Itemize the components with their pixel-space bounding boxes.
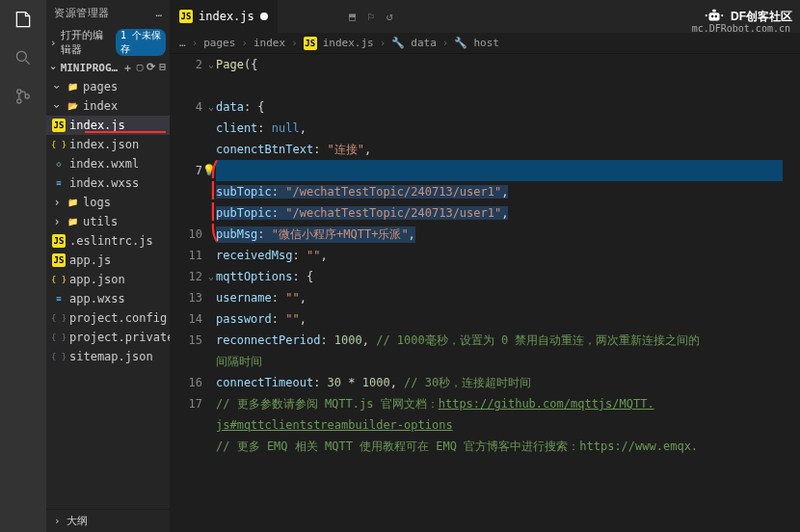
current-line-highlight xyxy=(216,160,783,181)
refresh-icon[interactable]: ⟳ xyxy=(147,61,155,75)
more-icon[interactable]: … xyxy=(155,7,162,19)
file-tree: ›📁pages ›📂index JSindex.js { }index.json… xyxy=(46,77,170,366)
file-index-js[interactable]: JSindex.js xyxy=(46,116,170,135)
svg-point-6 xyxy=(715,15,717,17)
tab-index-js[interactable]: JS index.js xyxy=(170,0,279,33)
file-eslintrc[interactable]: JS.eslintrc.js xyxy=(46,231,170,251)
source-control-icon[interactable] xyxy=(12,85,35,108)
svg-point-1 xyxy=(17,90,21,93)
file-app-wxss[interactable]: ≡app.wxss xyxy=(46,289,170,308)
folder-pages[interactable]: ›📁pages xyxy=(46,77,170,96)
file-app-js[interactable]: JSapp.js xyxy=(46,251,170,270)
explorer-icon[interactable] xyxy=(12,8,35,31)
svg-point-9 xyxy=(721,14,723,16)
new-folder-icon[interactable]: ▢ xyxy=(137,61,144,75)
more-icon[interactable]: … xyxy=(179,37,186,49)
file-project-config[interactable]: { }project.config.json xyxy=(46,308,170,328)
search-icon[interactable] xyxy=(12,46,35,69)
file-app-json[interactable]: { }app.json xyxy=(46,270,170,289)
history-icon[interactable]: ↺ xyxy=(386,10,392,23)
unsaved-dot-icon xyxy=(260,13,268,20)
svg-point-3 xyxy=(25,94,29,98)
editor-pane: JS index.js ⬒ ⚐ ↺ DF创客社区 mc.DFRobot.com.… xyxy=(170,0,800,532)
svg-point-8 xyxy=(706,14,707,16)
sidebar-header: 资源管理器 … xyxy=(46,0,170,26)
svg-rect-4 xyxy=(709,13,720,20)
bookmark-icon[interactable]: ⚐ xyxy=(367,10,374,23)
file-index-wxml[interactable]: ◇index.wxml xyxy=(46,154,170,173)
breadcrumbs[interactable]: … ›pages ›index ›JS index.js ›🔧 data ›🔧 … xyxy=(170,33,800,54)
folder-index[interactable]: ›📂index xyxy=(46,96,170,116)
svg-point-5 xyxy=(711,15,713,17)
code-area[interactable]: 2⌄ 4⌄ 7 10 11 12⌄ 13 14 15 16 17 💡 ⎛ xyxy=(170,54,800,532)
open-changes-icon[interactable]: ⬒ xyxy=(349,10,356,23)
annotation-red-brace: ⎜ xyxy=(210,181,220,200)
svg-point-2 xyxy=(17,99,21,103)
open-editors-section[interactable]: › 打开的编辑器 1 个未保存 xyxy=(46,26,170,59)
annotation-red-brace: ⎝ xyxy=(210,224,220,242)
project-section-header[interactable]: › MINIPROG… ＋ ▢ ⟳ ⊟ xyxy=(46,59,170,77)
tab-label: index.js xyxy=(199,10,254,23)
line-numbers: 2⌄ 4⌄ 7 10 11 12⌄ 13 14 15 16 17 xyxy=(170,54,216,532)
code-lines[interactable]: 💡 ⎛ ⎜ ⎜ ⎝ Page({ data: { client: null, c… xyxy=(216,54,800,532)
annotation-red-brace: ⎜ xyxy=(210,202,220,221)
svg-point-0 xyxy=(16,51,26,61)
folder-utils[interactable]: ›📁utils xyxy=(46,212,170,231)
file-project-private[interactable]: { }project.private.config.js… xyxy=(46,328,170,347)
annotation-red-brace: ⎛ xyxy=(210,160,220,178)
sidebar-title: 资源管理器 xyxy=(54,6,110,20)
collapse-icon[interactable]: ⊟ xyxy=(159,61,166,75)
unsaved-badge: 1 个未保存 xyxy=(116,29,166,56)
new-file-icon[interactable]: ＋ xyxy=(122,61,133,75)
folder-logs[interactable]: ›📁logs xyxy=(46,193,170,212)
svg-rect-7 xyxy=(712,10,716,13)
tab-bar: JS index.js ⬒ ⚐ ↺ DF创客社区 mc.DFRobot.com.… xyxy=(170,0,800,33)
watermark-subtitle: mc.DFRobot.com.cn xyxy=(692,23,790,34)
outline-section[interactable]: › 大纲 xyxy=(46,509,170,532)
annotation-red-underline xyxy=(85,131,166,133)
file-index-json[interactable]: { }index.json xyxy=(46,135,170,154)
file-index-wxss[interactable]: ≡index.wxss xyxy=(46,173,170,193)
activity-bar xyxy=(0,0,46,532)
sidebar: 资源管理器 … › 打开的编辑器 1 个未保存 › MINIPROG… ＋ ▢ … xyxy=(46,0,170,532)
file-sitemap[interactable]: { }sitemap.json xyxy=(46,347,170,366)
